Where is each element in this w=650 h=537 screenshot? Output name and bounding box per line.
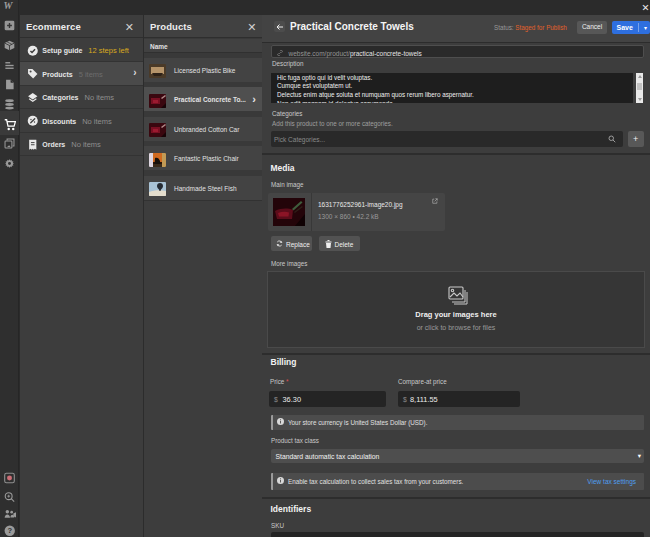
svg-text:?: ? <box>7 526 12 535</box>
